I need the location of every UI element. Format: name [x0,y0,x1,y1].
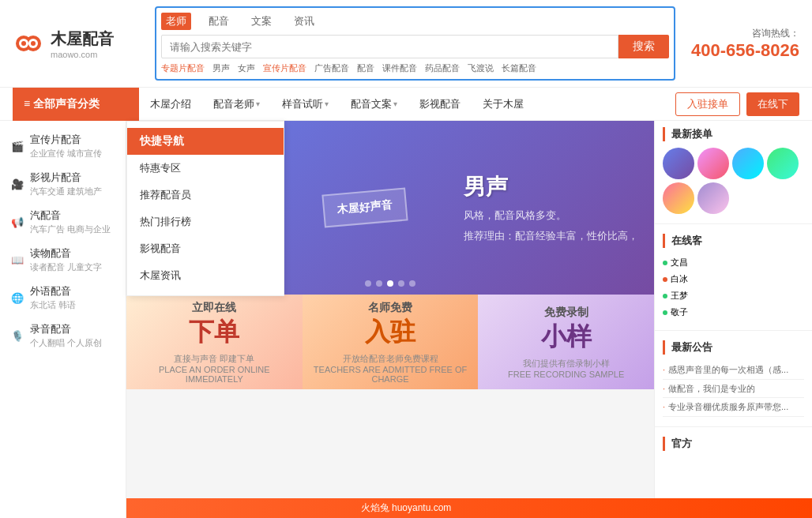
announcement-section: 最新公告 感恩声音里的每一次相遇（感... 做配音，我们是专业的 专业录音棚优质… [655,334,812,423]
official-title: 官方 [663,437,804,451]
sidebar-label-recording: 录音配音 [30,322,102,336]
online-title: 在线客 [663,234,804,248]
sidebar-label-foreign: 外语配音 [30,284,76,298]
sidebar-label-reading: 读物配音 [30,246,102,261]
online-dot-2 [663,277,667,282]
quick-nav-recommend[interactable]: 推荐配音员 [127,182,284,208]
nav-items: 木屋介绍 配音老师 ▾ 样音试听 ▾ 配音文案 ▾ 影视配音 关于木屋 [139,88,675,121]
svg-point-5 [31,41,36,46]
search-button[interactable]: 搜索 [618,35,669,58]
online-item-1: 文昌 [663,254,804,271]
promo-join-big: 入驻 [365,315,415,350]
nav-item-film[interactable]: 影视配音 [408,88,472,121]
promo-order[interactable]: 立即在线 下单 直接与声音 即建下单PLACE AN ORDER ONLINE … [126,295,303,389]
tag-7[interactable]: 课件配音 [382,62,417,74]
sidebar-item-foreign[interactable]: 🌐 外语配音 东北话 韩语 [0,279,126,317]
announcement-3[interactable]: 专业录音棚优质服务原声带您... [663,398,804,417]
promo-order-small: 直接与声音 即建下单PLACE AN ORDER ONLINE IMMEDIAT… [126,353,303,384]
search-tab-script[interactable]: 文案 [246,13,276,30]
online-dot-4 [663,310,667,315]
dot-4[interactable] [398,280,404,287]
quick-nav-film[interactable]: 影视配音 [127,235,284,262]
tag-4[interactable]: 宣传片配音 [263,62,306,74]
promo-sample-small: 我们提供有偿录制小样FREE RECORDING SAMPLE [502,358,630,379]
dot-2[interactable] [376,280,382,287]
promo-join[interactable]: 名师免费 入驻 开放给配音老师免费课程TEACHERS ARE ADMITTED… [303,295,479,389]
online-name-3: 王梦 [671,290,688,302]
nav-item-teacher[interactable]: 配音老师 ▾ [202,88,271,121]
tag-9[interactable]: 飞渡说 [468,62,494,74]
online-item-4: 敬子 [663,304,804,321]
tag-2[interactable]: 男声 [212,62,230,74]
arrow-icon3: ▾ [393,88,397,121]
announcement-2[interactable]: 做配音，我们是专业的 [663,380,804,399]
search-input[interactable] [161,35,618,58]
avatar-5 [663,182,694,214]
avatar-2 [697,148,729,179]
search-box-wrapper: 老师 配音 文案 资讯 搜索 专题片配音 男声 女声 宣传片配音 广告配音 配音… [155,6,675,81]
divider-1 [655,223,812,224]
tag-1[interactable]: 专题片配音 [161,62,205,74]
online-name-2: 白冰 [671,273,688,285]
all-voices-button[interactable]: ≡ 全部声音分类 [13,88,139,121]
tag-6[interactable]: 配音 [357,62,374,74]
search-tab-dubbing[interactable]: 配音 [204,13,234,30]
sidebar-item-promo[interactable]: 🎬 宣传片配音 企业宣传 城市宣传 [0,127,126,165]
tag-3[interactable]: 女声 [238,62,255,74]
online-section: 在线客 文昌 白冰 王梦 敬子 [655,227,812,327]
search-tags: 专题片配音 男声 女声 宣传片配音 广告配音 配音 课件配音 药品配音 飞渡说 … [161,62,669,74]
sidebar-item-recording[interactable]: 🎙️ 录音配音 个人翻唱 个人原创 [0,317,126,355]
nav-item-demo[interactable]: 样音试听 ▾ [271,88,340,121]
tag-10[interactable]: 长篇配音 [502,62,536,74]
online-button[interactable]: 在线下 [746,92,799,116]
sidebar-label-ad: 汽配音 [30,208,111,223]
recent-orders-title: 最新接单 [663,127,804,141]
quick-nav-news[interactable]: 木屋资讯 [127,262,284,289]
quick-nav-popup: 快捷导航 特惠专区 推荐配音员 热门排行榜 影视配音 木屋资讯 [126,121,284,296]
arrow-icon: ▾ [256,88,260,121]
sidebar-label-film: 影视片配音 [30,171,102,185]
sidebar-sub-promo: 企业宣传 城市宣传 [30,148,102,160]
header: 木屋配音 maowo.com 老师 配音 文案 资讯 搜索 专题片配音 男声 女… [0,0,812,88]
dot-1[interactable] [365,280,371,287]
watermark-text: 火焰兔 huoyantu.com [361,502,452,513]
online-item-2: 白冰 [663,271,804,287]
dot-5[interactable] [409,280,415,287]
announcement-1[interactable]: 感恩声音里的每一次相遇（感... [663,361,804,380]
nav-item-intro[interactable]: 木屋介绍 [139,88,202,121]
sidebar-item-ad[interactable]: 📢 汽配音 汽车广告 电商与企业 [0,203,126,241]
nav-item-about[interactable]: 关于木屋 [472,88,535,121]
svg-point-4 [21,41,26,46]
arrow-icon2: ▾ [325,88,329,121]
avatar-list [663,148,804,214]
sidebar-sub-film: 汽车交通 建筑地产 [30,186,102,197]
banner-right-sub1: 风格，配音风格多变。 [464,208,638,223]
tag-8[interactable]: 药品配音 [425,62,460,74]
search-tab-news[interactable]: 资讯 [289,13,319,30]
avatar-6 [697,182,729,214]
banner-right-text: 男声 [464,172,638,202]
main-content: 🎬 宣传片配音 企业宣传 城市宣传 🎥 影视片配音 汽车交通 建筑地产 📢 汽配… [0,121,812,518]
search-tab-teacher[interactable]: 老师 [161,13,191,30]
logo-area: 木屋配音 maowo.com [13,28,155,59]
globe-icon: 🌐 [11,292,24,304]
sidebar-item-film[interactable]: 🎥 影视片配音 汽车交通 建筑地产 [0,165,126,203]
sidebar-item-reading[interactable]: 📖 读物配音 读者配音 儿童文字 [0,241,126,279]
sidebar-sub-ad: 汽车广告 电商与企业 [30,223,111,235]
tag-5[interactable]: 广告配音 [314,62,349,74]
dot-3[interactable] [387,280,393,287]
sidebar-sub-reading: 读者配音 儿童文字 [30,261,102,273]
hotline: 咨询热线： 400-656-8026 [691,27,799,61]
sidebar-sub-foreign: 东北话 韩语 [30,299,76,311]
join-button[interactable]: 入驻接单 [675,92,740,116]
nav-item-script[interactable]: 配音文案 ▾ [340,88,408,121]
quick-nav-special[interactable]: 特惠专区 [127,155,284,182]
mic-icon: 🎙️ [11,330,24,342]
promo-sample[interactable]: 免费录制 小样 我们提供有偿录制小样FREE RECORDING SAMPLE [478,295,654,389]
announcement-title: 最新公告 [663,340,804,355]
online-name-1: 文昌 [671,257,688,268]
quick-nav-ranking[interactable]: 热门排行榜 [127,208,284,235]
quick-nav-title: 快捷导航 [127,128,284,155]
promo-row: 立即在线 下单 直接与声音 即建下单PLACE AN ORDER ONLINE … [126,295,654,389]
logo-en: maowo.com [51,50,114,59]
